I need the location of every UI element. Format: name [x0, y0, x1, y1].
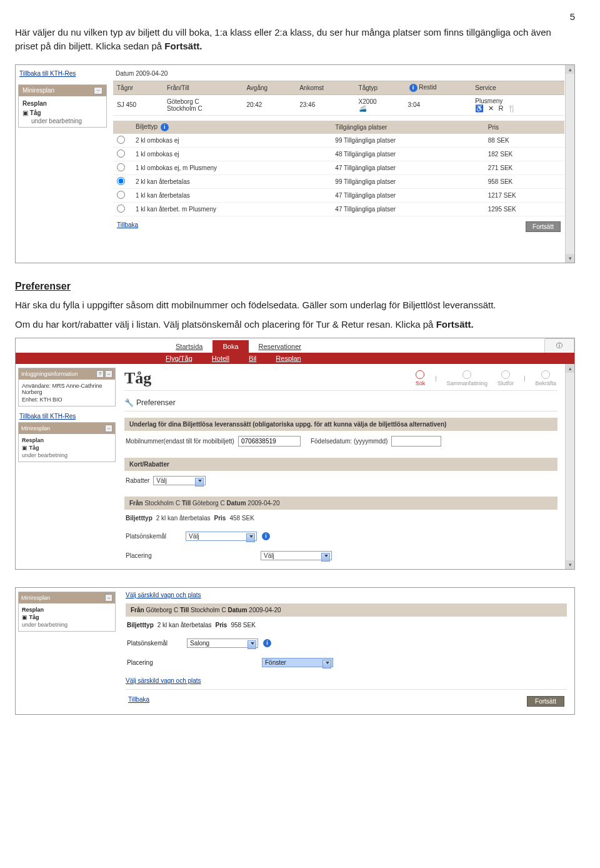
train-ank: 23:46 [296, 94, 354, 115]
tillbaka-link[interactable]: Tillbaka [128, 696, 149, 707]
scroll-up-icon[interactable]: ▴ [566, 65, 574, 74]
ticket-type: 1 kl ombokas ej, m Plusmeny [132, 161, 331, 174]
subnav-hotell[interactable]: Hotell [212, 355, 229, 362]
rabatter-select[interactable]: Välj [153, 476, 206, 485]
th-restid: i Restid [404, 81, 472, 94]
fodelsedatum-label: Födelsedatum: (yyyymmdd) [311, 438, 388, 445]
resplan-label: Resplan [22, 100, 47, 107]
th-biljettyp: Biljettyp i [132, 121, 331, 134]
placering-label: Placering [127, 659, 183, 666]
ticket-radio[interactable] [117, 204, 125, 213]
ticket-radio[interactable] [117, 136, 125, 144]
ticket-radio[interactable] [117, 149, 125, 158]
pris-value: 958 SEK [231, 622, 255, 628]
page-number: 5 [15, 11, 575, 22]
th-tagtyp: Tågtyp [355, 81, 404, 94]
subnav-flyg-tag[interactable]: Flyg/Tåg [166, 355, 192, 362]
info-badge-icon[interactable]: i [263, 639, 271, 647]
th-ankomst: Ankomst [296, 81, 354, 94]
resplan-label: Resplan [22, 437, 44, 443]
back-to-kth-link[interactable]: Tillbaka till KTH-Res [18, 410, 116, 422]
mobil-input[interactable] [238, 436, 301, 447]
login-info-title: Inloggningsinformation [21, 371, 78, 377]
train-restid: 3:04 [404, 94, 472, 115]
scroll-up-icon[interactable]: ▴ [566, 364, 574, 373]
valj-vagn-link[interactable]: Välj särskild vagn och plats [126, 677, 201, 684]
placering-select[interactable]: Fönster [262, 658, 333, 667]
placering-label: Placering [126, 552, 182, 559]
step-bekrafta: Bekräfta [535, 370, 556, 386]
nav-startsida[interactable]: Startsida [166, 340, 212, 353]
train-typ-icon: 🚄 [359, 105, 401, 112]
train-table: Tågnr Från/Till Avgång Ankomst Tågtyp i … [113, 81, 564, 116]
intro-bold: Fortsätt. [164, 41, 202, 51]
scroll-down-icon[interactable]: ▾ [566, 560, 574, 569]
preferenser-subheading: 🔧Preferenser [124, 393, 558, 411]
collapse-icon[interactable]: – [94, 87, 102, 94]
ticket-radio[interactable] [117, 163, 125, 171]
scrollbar[interactable]: ▴ ▾ [565, 364, 574, 569]
subnav-bil[interactable]: Bil [249, 355, 256, 362]
ticket-price: 88 SEK [484, 134, 564, 148]
fodelsedatum-input[interactable] [391, 436, 441, 447]
tillbaka-link[interactable]: Tillbaka [117, 221, 138, 232]
fortsatt-button[interactable]: Fortsätt [527, 696, 564, 707]
ticket-row: 1 kl ombokas ej48 Tillgängliga platser18… [113, 147, 564, 161]
ticket-row: 1 kl ombokas ej, m Plusmeny47 Tillgängli… [113, 161, 564, 174]
ticket-availability: 47 Tillgängliga platser [331, 188, 484, 202]
step-slutfor: Slutför [498, 370, 514, 386]
ticket-availability: 99 Tillgängliga platser [331, 134, 484, 148]
platsonskemal-select[interactable]: Välj [186, 532, 257, 541]
collapse-icon[interactable]: – [105, 370, 112, 378]
valj-vagn-link[interactable]: Välj särskild vagn och plats [126, 592, 201, 598]
pref-para2: Om du har kort/rabatter välj i listan. V… [15, 318, 575, 331]
ticket-price: 958 SEK [484, 174, 564, 188]
scroll-down-icon[interactable]: ▾ [566, 254, 574, 263]
login-info-panel: Inloggningsinformation ?– Användare: MRS… [18, 368, 116, 406]
ticket-availability: 48 Tillgängliga platser [331, 147, 484, 161]
miniresplan-panel: Miniresplan– Resplan ▣ Tåg under bearbet… [18, 592, 116, 632]
pref-para1: Här ska du fylla i uppgifter såsom ditt … [15, 298, 575, 312]
miniresplan-title: Miniresplan [21, 425, 50, 431]
preferenser-heading: Preferenser [15, 281, 575, 292]
info-badge-icon[interactable]: i [262, 532, 270, 540]
step-sok: Sök [416, 370, 426, 386]
top-nav: Startsida Boka Reservationer ⓘ [16, 338, 574, 353]
under-bearbetning: under bearbetning [22, 118, 102, 124]
nav-reservationer[interactable]: Reservationer [249, 340, 311, 353]
tag-label: Tåg [29, 445, 39, 451]
ticket-price: 182 SEK [484, 147, 564, 161]
collapse-icon[interactable]: – [105, 594, 112, 602]
miniresplan-panel: Miniresplan– Resplan ▣ Tåg under bearbet… [18, 422, 116, 462]
band-underlag: Underlag för dina Biljettlösa leveranssä… [124, 418, 558, 431]
placering-select[interactable]: Välj [261, 551, 332, 560]
th-platser: Tillgängliga platser [331, 121, 484, 134]
ticket-row: 2 kl ombokas ej99 Tillgängliga platser88… [113, 134, 564, 148]
help-icon[interactable]: ? [96, 370, 104, 378]
back-to-kth-link[interactable]: Tillbaka till KTH-Res [16, 65, 109, 82]
ticket-availability: 47 Tillgängliga platser [331, 161, 484, 174]
intro-text: Här väljer du nu vilken typ av biljett d… [15, 26, 575, 53]
miniresplan-panel: Miniresplan – Resplan ▣ Tåg under bearbe… [18, 84, 107, 128]
collapse-icon[interactable]: – [105, 425, 112, 432]
under-bearbetning: under bearbetning [22, 621, 112, 628]
subnav-resplan[interactable]: Resplan [276, 355, 301, 362]
info-badge-icon[interactable]: i [161, 123, 169, 131]
ticket-price: 1295 SEK [484, 202, 564, 216]
nav-boka[interactable]: Boka [212, 340, 248, 353]
th-tagnr: Tågnr [113, 81, 163, 94]
ticket-row: 2 kl kan återbetalas99 Tillgängliga plat… [113, 174, 564, 188]
platsonskemal-select[interactable]: Salong [187, 638, 258, 648]
ticket-radio[interactable] [117, 191, 125, 199]
train-row: SJ 450 Göteborg CStockholm C 20:42 23:46… [113, 94, 564, 115]
ticket-type: 2 kl ombokas ej [132, 134, 331, 148]
ticket-type-table: Biljettyp i Tillgängliga platser Pris 2 … [113, 121, 564, 216]
info-badge-icon[interactable]: i [409, 84, 418, 92]
fortsatt-button[interactable]: Fortsätt [526, 221, 561, 232]
ticket-radio[interactable] [117, 177, 125, 185]
datum-label: Datum [116, 70, 134, 77]
train-typ: X2000 [359, 98, 401, 105]
scrollbar[interactable]: ▴ ▾ [565, 65, 574, 263]
info-tab-icon[interactable]: ⓘ [544, 338, 574, 353]
biljtyp-value: 2 kl kan återbetalas [158, 622, 212, 628]
